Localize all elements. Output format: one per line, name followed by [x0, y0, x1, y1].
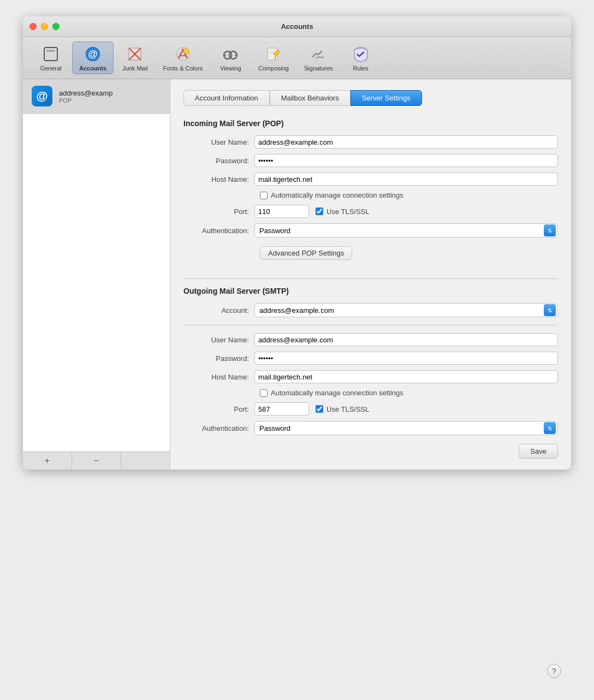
- outgoing-port-label: Port:: [183, 405, 254, 413]
- toolbar-signatures-label: Signatures: [304, 65, 333, 72]
- incoming-auto-manage-row: Automatically manage connection settings: [260, 191, 558, 199]
- accounts-icon: @: [83, 44, 103, 64]
- advanced-pop-button-wrapper: Advanced POP Settings: [183, 243, 558, 271]
- outgoing-tls-row: Use TLS/SSL: [316, 405, 370, 413]
- tab-bar: Account Information Mailbox Behaviors Se…: [183, 90, 558, 106]
- incoming-username-input[interactable]: [254, 135, 558, 149]
- signatures-icon: [308, 44, 328, 64]
- title-bar: Accounts: [23, 16, 571, 37]
- outgoing-auth-label: Authentication:: [183, 424, 254, 432]
- toolbar-junk-mail-label: Junk Mail: [122, 65, 147, 72]
- outgoing-account-row: Account: address@example.com ⇅: [183, 303, 558, 317]
- toolbar-general-label: General: [40, 65, 61, 72]
- outgoing-divider: [183, 325, 558, 325]
- incoming-auth-select-wrapper: Password ⇅: [254, 223, 558, 238]
- tab-mailbox-behaviors[interactable]: Mailbox Behaviors: [270, 90, 351, 106]
- outgoing-auth-select[interactable]: Password: [254, 421, 558, 435]
- incoming-auth-label: Authentication:: [183, 227, 254, 235]
- outgoing-password-input[interactable]: [254, 352, 558, 365]
- tab-account-information[interactable]: Account Information: [183, 90, 270, 106]
- incoming-auth-select[interactable]: Password: [254, 223, 558, 238]
- toolbar-viewing-label: Viewing: [220, 65, 241, 72]
- toolbar-rules[interactable]: Rules: [342, 42, 380, 74]
- incoming-section-title: Incoming Mail Server (POP): [183, 119, 558, 128]
- toolbar-accounts-label: Accounts: [79, 65, 106, 72]
- outgoing-hostname-label: Host Name:: [183, 373, 254, 381]
- junk-mail-icon: [125, 44, 145, 64]
- incoming-hostname-label: Host Name:: [183, 175, 254, 183]
- svg-rect-0: [44, 48, 57, 61]
- incoming-username-row: User Name:: [183, 135, 558, 149]
- traffic-lights: [29, 23, 60, 30]
- composing-icon: [264, 44, 283, 64]
- save-row: Save: [183, 444, 558, 459]
- outgoing-password-row: Password:: [183, 352, 558, 365]
- fonts-colors-icon: [173, 44, 193, 64]
- outgoing-hostname-input[interactable]: [254, 370, 558, 383]
- outgoing-tls-label: Use TLS/SSL: [326, 405, 370, 413]
- toolbar-composing[interactable]: Composing: [252, 42, 295, 74]
- outgoing-username-label: User Name:: [183, 336, 254, 344]
- outgoing-auto-manage-checkbox[interactable]: [260, 389, 268, 397]
- sidebar: @ address@examp POP + −: [23, 79, 170, 470]
- incoming-tls-row: Use TLS/SSL: [316, 207, 370, 216]
- maximize-button[interactable]: [52, 23, 60, 30]
- toolbar-accounts[interactable]: @ Accounts: [72, 41, 114, 74]
- viewing-icon: [221, 44, 240, 64]
- account-info: address@examp POP: [59, 89, 112, 104]
- advanced-pop-button[interactable]: Advanced POP Settings: [260, 246, 352, 260]
- incoming-auto-manage-label: Automatically manage connection settings: [271, 191, 403, 199]
- toolbar-signatures[interactable]: Signatures: [298, 42, 340, 74]
- incoming-password-row: Password:: [183, 154, 558, 167]
- incoming-port-row: Port: Use TLS/SSL: [183, 205, 558, 218]
- minimize-button[interactable]: [41, 23, 48, 30]
- incoming-auth-row: Authentication: Password ⇅: [183, 223, 558, 238]
- incoming-auto-manage-checkbox[interactable]: [260, 192, 268, 199]
- incoming-password-label: Password:: [183, 157, 254, 165]
- incoming-tls-checkbox[interactable]: [316, 207, 323, 215]
- incoming-password-input[interactable]: [254, 154, 558, 167]
- section-divider: [183, 278, 558, 279]
- svg-text:@: @: [88, 49, 98, 60]
- svg-rect-1: [46, 50, 55, 52]
- toolbar-fonts-colors[interactable]: Fonts & Colors: [157, 42, 210, 74]
- help-button[interactable]: ?: [547, 664, 561, 678]
- remove-account-button[interactable]: −: [72, 452, 121, 470]
- toolbar: General @ Accounts Junk Mail: [23, 37, 571, 79]
- account-email: address@examp: [59, 89, 112, 97]
- add-account-button[interactable]: +: [23, 452, 72, 470]
- outgoing-auto-manage-label: Automatically manage connection settings: [271, 389, 403, 397]
- incoming-port-input[interactable]: [254, 205, 309, 218]
- incoming-port-label: Port:: [183, 207, 254, 216]
- sidebar-empty-area: [23, 114, 170, 452]
- outgoing-tls-checkbox[interactable]: [316, 405, 323, 413]
- tab-server-settings[interactable]: Server Settings: [351, 90, 422, 106]
- incoming-hostname-row: Host Name:: [183, 173, 558, 186]
- outgoing-auto-manage-row: Automatically manage connection settings: [260, 389, 558, 397]
- toolbar-junk-mail[interactable]: Junk Mail: [116, 42, 154, 74]
- toolbar-composing-label: Composing: [258, 65, 289, 72]
- rules-icon: [351, 44, 371, 64]
- outgoing-section-title: Outgoing Mail Server (SMTP): [183, 287, 558, 295]
- toolbar-fonts-colors-label: Fonts & Colors: [163, 65, 203, 72]
- toolbar-rules-label: Rules: [353, 65, 369, 72]
- svg-point-10: [183, 48, 189, 54]
- toolbar-viewing[interactable]: Viewing: [211, 42, 250, 74]
- outgoing-username-input[interactable]: [254, 333, 558, 346]
- outgoing-account-label: Account:: [183, 306, 254, 315]
- outgoing-auth-select-wrapper: Password ⇅: [254, 421, 558, 435]
- incoming-hostname-input[interactable]: [254, 173, 558, 186]
- general-icon: [41, 44, 61, 64]
- save-button[interactable]: Save: [519, 444, 558, 459]
- outgoing-account-select[interactable]: address@example.com: [254, 303, 558, 317]
- account-list-item[interactable]: @ address@examp POP: [23, 79, 170, 114]
- outgoing-account-select-wrapper: address@example.com ⇅: [254, 303, 558, 317]
- outgoing-password-label: Password:: [183, 354, 254, 363]
- outgoing-auth-row: Authentication: Password ⇅: [183, 421, 558, 435]
- outgoing-port-input[interactable]: [254, 402, 309, 416]
- toolbar-general[interactable]: General: [32, 42, 70, 74]
- content-area: @ address@examp POP + − Account Informat…: [23, 79, 571, 470]
- close-button[interactable]: [29, 23, 37, 30]
- main-panel: Account Information Mailbox Behaviors Se…: [170, 79, 571, 470]
- account-type: POP: [59, 97, 112, 104]
